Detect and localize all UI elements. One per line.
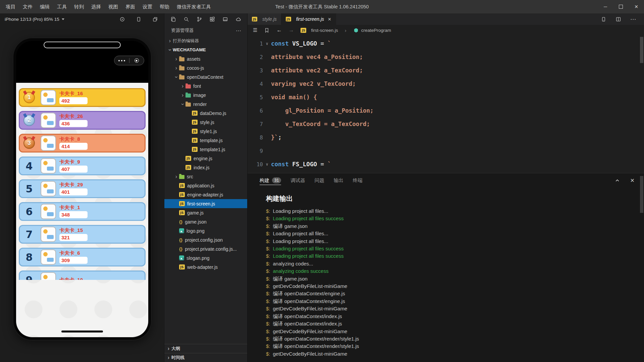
menu-item[interactable]: 视图: [105, 0, 122, 13]
menu-item[interactable]: 选择: [88, 0, 105, 13]
tree-item-web-adapter.js[interactable]: JSweb-adapter.js: [164, 262, 247, 272]
tree-item-image[interactable]: ›image: [164, 90, 247, 100]
breadcrumb-file[interactable]: JS first-screen.js: [301, 28, 338, 33]
menu-item[interactable]: 项目: [2, 0, 19, 13]
record-icon[interactable]: [119, 16, 125, 22]
menu-item[interactable]: 编辑: [36, 0, 53, 13]
leaderboard-row[interactable]: 1卡夫卡_16492: [19, 88, 146, 107]
capsule-more-icon[interactable]: [114, 60, 129, 61]
maximize-button[interactable]: [613, 0, 629, 13]
tree-item-index.js[interactable]: JSindex.js: [164, 163, 247, 172]
tree-item-dataDemo.js[interactable]: JSdataDemo.js: [164, 109, 247, 118]
window-icon[interactable]: [222, 16, 228, 22]
menu-item[interactable]: 界面: [122, 0, 139, 13]
tree-item-game.json[interactable]: {}game.json: [164, 217, 247, 226]
leaderboard-row[interactable]: 7卡夫卡_15321: [19, 225, 146, 244]
tree-item-openDataContext[interactable]: ›openDataContext: [164, 72, 247, 81]
simulator-panel: 1卡夫卡_164922卡夫卡_264363卡夫卡_84144卡夫卡_94075卡…: [0, 25, 164, 362]
tree-item-render[interactable]: ›render: [164, 100, 247, 109]
panel-tab-问题[interactable]: 问题: [315, 173, 324, 187]
leaderboard-row[interactable]: 3卡夫卡_8414: [19, 134, 146, 153]
bookmark-icon[interactable]: [264, 27, 270, 33]
panel-scrollbar[interactable]: [640, 176, 643, 213]
bottom-panel: 构建31调试器问题输出终端 ✕ 构建输出 $:Loading project a…: [248, 173, 644, 362]
menu-item[interactable]: 设置: [139, 0, 156, 13]
split-editor-icon[interactable]: [615, 16, 621, 22]
sidebar-section-大纲[interactable]: ›大纲: [164, 344, 247, 353]
menu-item[interactable]: 微信开发者工具: [173, 0, 215, 13]
leaderboard-row[interactable]: 6卡夫卡_1348: [19, 202, 146, 221]
tab-first-screen.js[interactable]: JSfirst-screen.js✕: [281, 13, 336, 25]
tree-item-template.js[interactable]: JStemplate.js: [164, 136, 247, 145]
tree-item-template1.js[interactable]: JStemplate1.js: [164, 145, 247, 154]
console-prefix: $:: [266, 351, 270, 357]
code-token: attribute vec4 a_Position;: [271, 54, 363, 60]
tree-item-first-screen.js[interactable]: JSfirst-screen.js: [164, 199, 247, 208]
panel-tab-构建[interactable]: 构建31: [260, 173, 281, 187]
breadcrumb-symbol[interactable]: createProgram: [353, 27, 391, 33]
player-name: 卡夫卡_29: [59, 182, 88, 188]
tree-item-src[interactable]: ›src: [164, 172, 247, 181]
list-icon[interactable]: ☰: [253, 27, 257, 33]
menu-item[interactable]: 帮助: [156, 0, 173, 13]
capsule-close-icon[interactable]: [129, 58, 144, 63]
tree-item-打开的编辑器[interactable]: ›打开的编辑器: [164, 36, 247, 45]
tree-item-game.js[interactable]: JSgame.js: [164, 208, 247, 217]
fold-icon[interactable]: ∨: [263, 162, 271, 167]
leaderboard-row[interactable]: 9卡夫卡_10: [19, 270, 146, 280]
panel-tab-终端[interactable]: 终端: [353, 173, 363, 187]
preview-on-device-icon[interactable]: [601, 16, 606, 22]
navigate-forward-icon[interactable]: →: [288, 27, 294, 33]
more-actions-icon[interactable]: ⋯: [630, 16, 636, 23]
editor-scrollbar[interactable]: [640, 37, 643, 63]
tree-item-assets[interactable]: ›assets: [164, 54, 247, 63]
close-button[interactable]: ✕: [629, 0, 644, 13]
navigate-back-icon[interactable]: ←: [276, 27, 282, 33]
multi-window-icon[interactable]: [152, 16, 158, 22]
tree-item-style1.js[interactable]: JSstyle1.js: [164, 127, 247, 136]
fold-icon[interactable]: ∨: [263, 41, 271, 46]
tree-item-logo.png[interactable]: logo.png: [164, 226, 247, 235]
toolbar-row: iPhone 12/13 (Pro) 85% 15 JSstyle.jsJSfi…: [0, 13, 644, 25]
git-branch-icon[interactable]: [197, 16, 202, 22]
player-info: 卡夫卡_6309: [59, 250, 88, 264]
collapse-panel-icon[interactable]: [614, 178, 620, 183]
copy-icon[interactable]: [170, 16, 176, 22]
menu-item[interactable]: 工具: [53, 0, 70, 13]
tree-item-font[interactable]: ›font: [164, 81, 247, 90]
leaderboard-list[interactable]: 1卡夫卡_164922卡夫卡_264363卡夫卡_84144卡夫卡_94075卡…: [19, 88, 146, 280]
minimize-button[interactable]: ─: [598, 0, 613, 13]
medal-ribbon: [31, 90, 35, 95]
extensions-icon[interactable]: [209, 16, 215, 22]
tree-item-WECHATGAME[interactable]: ›WECHATGAME: [164, 45, 247, 54]
search-icon[interactable]: [183, 16, 189, 22]
leaderboard-row[interactable]: 8卡夫卡_6309: [19, 248, 146, 266]
tree-item-cocos-js[interactable]: ›cocos-js: [164, 63, 247, 72]
cloud-icon[interactable]: [235, 16, 241, 22]
sidebar-section-时间线[interactable]: ›时间线: [164, 353, 247, 362]
tree-item-project.config.json[interactable]: {}project.config.json: [164, 235, 247, 244]
panel-tab-输出[interactable]: 输出: [334, 173, 343, 187]
player-score: 309: [59, 257, 88, 264]
leaderboard-row[interactable]: 5卡夫卡_29401: [19, 179, 146, 198]
device-selector[interactable]: iPhone 12/13 (Pro) 85% 15: [5, 17, 64, 22]
close-panel-icon[interactable]: ✕: [630, 177, 635, 184]
tree-item-engine-adapter.js[interactable]: JSengine-adapter.js: [164, 190, 247, 199]
tree-item-engine.js[interactable]: JSengine.js: [164, 154, 247, 163]
close-tab-icon[interactable]: ✕: [328, 17, 331, 22]
panel-tab-调试器[interactable]: 调试器: [290, 173, 305, 187]
tab-style.js[interactable]: JSstyle.js: [248, 13, 281, 25]
line-number: 1: [248, 41, 263, 47]
device-rotate-icon[interactable]: [136, 16, 142, 22]
menu-item[interactable]: 转到: [70, 0, 88, 13]
tree-item-application.js[interactable]: JSapplication.js: [164, 181, 247, 190]
leaderboard-row[interactable]: 2卡夫卡_26436: [19, 111, 146, 130]
tree-item-slogan.png[interactable]: slogan.png: [164, 253, 247, 262]
tree-item-project.private.config.js...[interactable]: {}project.private.config.js...: [164, 244, 247, 253]
code-editor[interactable]: 1∨const VS_LOGO = `2attribute vec4 a_Pos…: [248, 36, 644, 173]
menu-item[interactable]: 文件: [19, 0, 36, 13]
leaderboard-row[interactable]: 4卡夫卡_9407: [19, 157, 146, 175]
js-file-icon: JS: [179, 192, 185, 197]
tree-item-style.js[interactable]: JSstyle.js: [164, 118, 247, 127]
more-actions-icon[interactable]: ⋯: [236, 27, 241, 34]
